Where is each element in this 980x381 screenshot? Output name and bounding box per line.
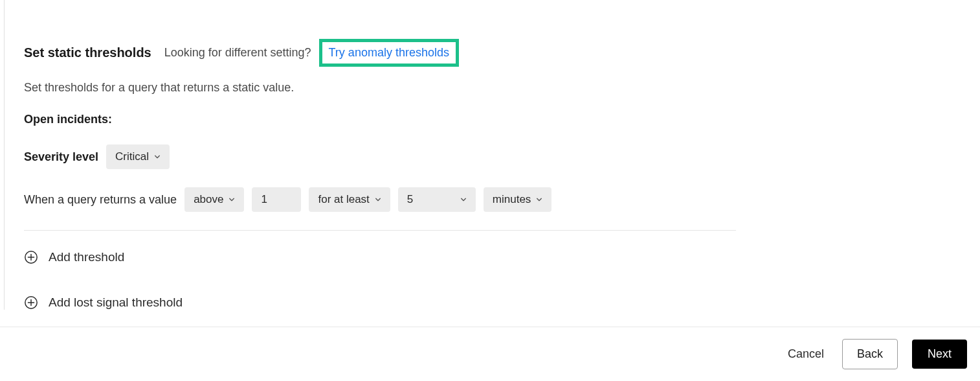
chevron-down-icon	[536, 196, 542, 203]
cancel-button[interactable]: Cancel	[784, 341, 828, 367]
severity-select[interactable]: Critical	[106, 144, 170, 169]
add-threshold-button[interactable]: Add threshold	[24, 250, 961, 264]
severity-value: Critical	[115, 150, 149, 163]
chevron-down-icon	[228, 196, 235, 203]
duration-mode-value: for at least	[318, 193, 369, 206]
section-title: Set static thresholds	[24, 45, 151, 60]
next-button[interactable]: Next	[912, 340, 967, 369]
header-row: Set static thresholds Looking for differ…	[24, 39, 961, 67]
divider	[24, 230, 736, 231]
add-threshold-label: Add threshold	[49, 250, 124, 264]
duration-value-select[interactable]: 5	[398, 187, 476, 212]
try-anomaly-link[interactable]: Try anomaly thresholds	[319, 39, 459, 67]
back-button[interactable]: Back	[842, 339, 898, 369]
alt-setting-prompt: Looking for different setting?	[164, 46, 311, 60]
chevron-down-icon	[460, 196, 467, 203]
threshold-value-input[interactable]	[252, 187, 301, 212]
plus-circle-icon	[24, 295, 38, 310]
add-lost-signal-label: Add lost signal threshold	[49, 295, 183, 310]
section-description: Set thresholds for a query that returns …	[24, 81, 961, 95]
add-lost-signal-button[interactable]: Add lost signal threshold	[24, 295, 961, 310]
duration-unit-select[interactable]: minutes	[484, 187, 552, 212]
condition-prefix: When a query returns a value	[24, 193, 177, 207]
comparator-value: above	[194, 193, 223, 206]
duration-mode-select[interactable]: for at least	[309, 187, 390, 212]
footer-actions: Cancel Back Next	[0, 327, 980, 381]
chevron-down-icon	[154, 154, 161, 160]
severity-row: Severity level Critical	[24, 144, 961, 169]
comparator-select[interactable]: above	[184, 187, 244, 212]
duration-unit-value: minutes	[493, 193, 531, 206]
chevron-down-icon	[375, 196, 381, 203]
severity-label: Severity level	[24, 150, 98, 164]
plus-circle-icon	[24, 250, 38, 264]
threshold-settings-panel: Set static thresholds Looking for differ…	[4, 0, 980, 310]
open-incidents-label: Open incidents:	[24, 113, 961, 126]
condition-row: When a query returns a value above for a…	[24, 187, 961, 212]
duration-value: 5	[407, 193, 413, 206]
